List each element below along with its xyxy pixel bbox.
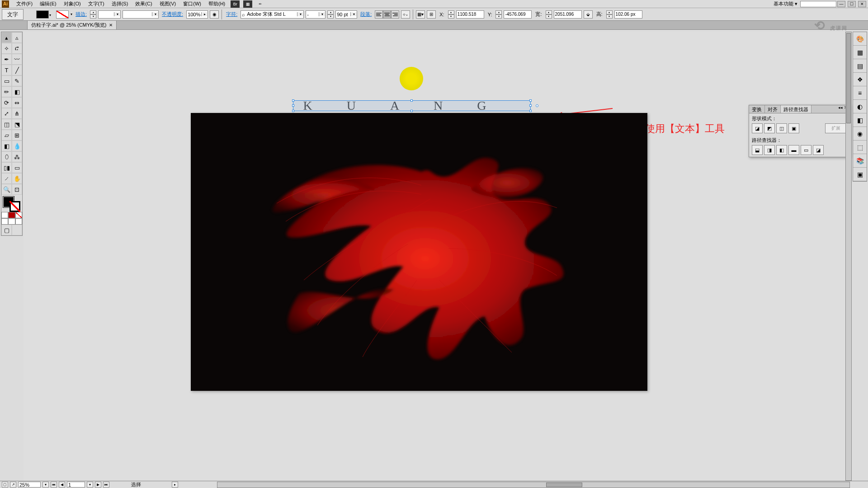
symbol-spray-tool[interactable]: ⁂	[12, 151, 22, 162]
fill-stroke-swatches[interactable]	[1, 195, 22, 212]
trim-button[interactable]: ◨	[764, 145, 775, 155]
blend-tool[interactable]: ⬯	[1, 151, 12, 162]
rotate-tool[interactable]: ⟳	[1, 97, 12, 108]
transform-panel-icon[interactable]: ⊞	[427, 10, 436, 19]
brushes-panel-icon[interactable]: ▤	[853, 59, 867, 73]
artboard-dd[interactable]: ▾	[87, 482, 93, 488]
crop-button[interactable]: ▬	[788, 145, 799, 155]
expand-button[interactable]: 扩展	[825, 123, 847, 133]
draw-mode-row[interactable]	[1, 218, 22, 225]
tab-close-icon[interactable]: ✕	[109, 23, 113, 28]
unite-button[interactable]: ◪	[752, 123, 763, 133]
merge-button[interactable]: ◧	[776, 145, 787, 155]
zoom-field[interactable]	[18, 482, 41, 488]
paragraph-align[interactable]	[375, 10, 399, 19]
mesh-tool[interactable]: ⊞	[12, 130, 22, 141]
maximize-button[interactable]: ☐	[848, 1, 856, 7]
quill-icon[interactable]: ✒	[256, 0, 265, 8]
opacity-link[interactable]: 不透明度:	[160, 11, 184, 18]
menu-effect[interactable]: 效果(C)	[132, 0, 156, 7]
font-style[interactable]: -▾	[306, 10, 326, 19]
transparency-panel-icon[interactable]: ◧	[853, 113, 867, 127]
swatches-panel-icon[interactable]: ▦	[853, 46, 867, 59]
pathfinder-panel[interactable]: 变换 对齐 路径查找器 ◂◂ ✕ 形状模式： ◪ ◩ ◫ ▣ 扩展 路径查找器：…	[749, 105, 850, 157]
font-family[interactable]: ⌕Adobe 宋体 Std L▾	[241, 10, 304, 19]
eyedropper-tool[interactable]: 💧	[12, 141, 22, 151]
align-right[interactable]	[391, 10, 399, 19]
line-tool[interactable]: ╱	[12, 65, 22, 75]
pen-tool[interactable]: ✒	[1, 54, 12, 65]
graph-tool[interactable]: ▯▮	[1, 162, 12, 173]
intersect-button[interactable]: ◫	[776, 123, 787, 133]
h-field[interactable]	[614, 10, 642, 19]
perspective-tool[interactable]: ▱	[1, 130, 12, 141]
prev-artboard[interactable]: ◀	[59, 482, 65, 488]
x-field[interactable]	[456, 10, 484, 19]
selection-tool[interactable]: ▴	[1, 32, 12, 43]
arrange-icon[interactable]: ▦	[243, 0, 252, 8]
transform-icon[interactable]: ⟐▾	[401, 10, 410, 19]
color-panel-icon[interactable]: 🎨	[853, 32, 867, 46]
curvature-tool[interactable]: 〰	[12, 54, 22, 65]
text-selection-box[interactable]	[293, 100, 531, 111]
paragraph-link[interactable]: 段落:	[359, 11, 373, 18]
w-field[interactable]	[554, 10, 582, 19]
character-link[interactable]: 字符:	[225, 11, 239, 18]
export-icon[interactable]: ↗	[10, 482, 16, 488]
exclude-button[interactable]: ▣	[788, 123, 799, 133]
w-stepper[interactable]: ▴▾	[546, 10, 552, 19]
last-artboard[interactable]: ⏭	[103, 482, 109, 488]
tab-transform[interactable]: 变换	[749, 105, 765, 113]
opacity-field[interactable]: 100%▸	[186, 10, 208, 19]
gradient-panel-icon[interactable]: ◐	[853, 100, 867, 113]
next-artboard[interactable]: ▶	[95, 482, 101, 488]
fill-swatch[interactable]: ▾	[36, 10, 49, 19]
menu-window[interactable]: 窗口(W)	[179, 0, 205, 7]
document-tab[interactable]: 仿粒子字.ai* @ 25% (CMYK/预览) ✕	[27, 20, 117, 29]
divide-button[interactable]: ⬓	[752, 145, 763, 155]
horizontal-scrollbar[interactable]	[217, 482, 850, 488]
close-button[interactable]: ✕	[858, 1, 866, 7]
screen-mode-tool[interactable]: ▢	[1, 225, 12, 235]
color-mode-row[interactable]	[1, 212, 22, 218]
lasso-tool[interactable]: ሮ	[12, 43, 22, 54]
brush-tool[interactable]: ✎	[12, 75, 22, 86]
link-wh-icon[interactable]: ⬙	[584, 10, 593, 19]
artboard-tool[interactable]: ▭	[12, 162, 22, 173]
free-transform-tool[interactable]: ◫	[1, 119, 12, 130]
symbols-panel-icon[interactable]: ❖	[853, 73, 867, 86]
recolor-icon[interactable]: ◉	[210, 10, 219, 19]
stroke-panel-icon[interactable]: ≡	[853, 86, 867, 100]
align-panel-icon[interactable]: ▦▾	[416, 10, 425, 19]
stroke-swatch[interactable]	[56, 10, 69, 19]
print-tiling-tool[interactable]: ⊡	[12, 184, 22, 195]
minus-back-button[interactable]: ◪	[813, 145, 824, 155]
y-field[interactable]	[504, 10, 532, 19]
brush-combo[interactable]: ▾	[123, 10, 159, 19]
menu-edit[interactable]: 编辑(E)	[36, 0, 60, 7]
type-tool[interactable]: T	[1, 65, 12, 75]
search-input[interactable]	[800, 1, 836, 7]
layers-panel-icon[interactable]: 📚	[853, 154, 867, 168]
tab-pathfinder[interactable]: 路径查找器	[781, 105, 811, 113]
x-stepper[interactable]: ▴▾	[448, 10, 454, 19]
stroke-link[interactable]: 描边:	[74, 11, 88, 18]
zoom-tool[interactable]: 🔍	[1, 184, 12, 195]
graphic-styles-panel-icon[interactable]: ⬚	[853, 141, 867, 154]
artboard-number[interactable]	[67, 482, 85, 488]
menu-type[interactable]: 文字(T)	[85, 0, 108, 7]
menu-help[interactable]: 帮助(H)	[205, 0, 229, 7]
reflect-tool[interactable]: ⇔	[12, 97, 22, 108]
hand-tool[interactable]: ✋	[12, 173, 22, 184]
font-size[interactable]: 90 pt▾	[335, 10, 357, 19]
canvas[interactable]: KUANG DESIGNED BY WAI 20161229 使用【文本】工具	[24, 32, 852, 481]
h-stepper[interactable]: ▴▾	[606, 10, 613, 19]
menu-select[interactable]: 选择(S)	[108, 0, 132, 7]
menu-view[interactable]: 视图(V)	[156, 0, 180, 7]
appearance-panel-icon[interactable]: ◉	[853, 127, 867, 141]
workspace-switcher[interactable]: 基本功能 ▾	[771, 0, 800, 7]
status-menu[interactable]: ▸	[172, 482, 178, 488]
width-tool[interactable]: ⋔	[12, 108, 22, 119]
direct-select-tool[interactable]: ▵	[12, 32, 22, 43]
zoom-dd[interactable]: ▾	[42, 482, 49, 488]
